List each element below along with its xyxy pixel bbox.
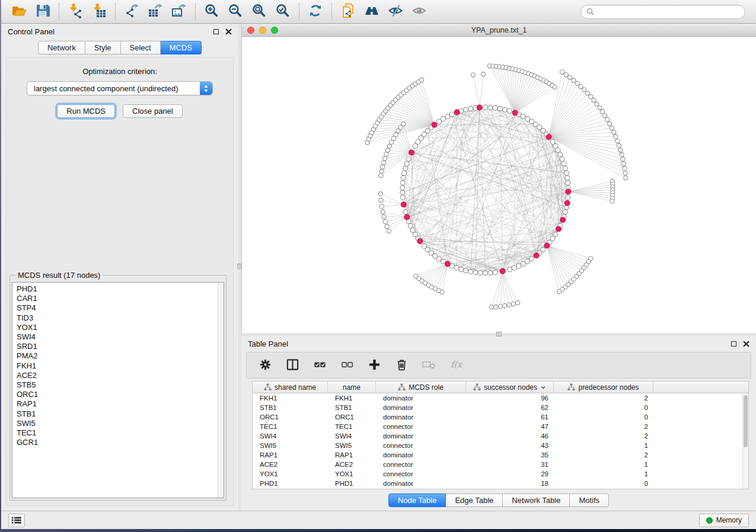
open-folder-button[interactable]	[8, 2, 30, 21]
zoom-window-button[interactable]	[271, 27, 278, 34]
mcds-result-item[interactable]: TID3	[17, 313, 224, 323]
toggle-columns-button[interactable]	[285, 358, 300, 373]
mcds-result-item[interactable]: STP4	[17, 303, 224, 313]
cell-shared-name: ACE2	[253, 461, 328, 468]
table-row[interactable]: TEC1TEC1connector472	[253, 422, 748, 431]
float-table-panel-icon[interactable]	[731, 341, 736, 347]
table-row[interactable]: PHD1PHD1dominator180	[253, 479, 748, 488]
cell-successor-nodes: 35	[466, 451, 554, 459]
horizontal-splitter[interactable]	[241, 333, 756, 336]
table-row[interactable]: YOX1YOX1connector291	[253, 469, 748, 479]
column-header-MCDS-role[interactable]: MCDS role	[376, 382, 466, 393]
table-row[interactable]: ACE2ACE2connector311	[253, 460, 748, 469]
column-header-successor-nodes[interactable]: successor nodes	[466, 382, 554, 393]
mcds-result-item[interactable]: GCR1	[17, 438, 224, 447]
search-input[interactable]	[597, 8, 739, 16]
settings-gear-button[interactable]	[257, 358, 273, 373]
mcds-result-item[interactable]: PHD1	[17, 284, 224, 294]
run-mcds-button[interactable]: Run MCDS	[57, 104, 115, 118]
network-canvas[interactable]	[242, 37, 756, 333]
tab-mcds[interactable]: MCDS	[161, 41, 202, 55]
splitter-grip[interactable]	[237, 264, 242, 269]
column-header-name[interactable]: name	[328, 382, 376, 393]
table-scrollbar[interactable]	[742, 394, 748, 489]
cell-shared-name: PHD1	[253, 480, 328, 487]
tab-edge-table[interactable]: Edge Table	[446, 493, 503, 507]
export-image-button[interactable]	[168, 2, 190, 21]
function-builder-button[interactable]: f(x)	[448, 358, 464, 373]
tab-network[interactable]: Network	[38, 41, 85, 55]
save-button[interactable]	[32, 2, 53, 21]
select-all-button[interactable]	[312, 358, 327, 373]
splitter-grip[interactable]	[496, 332, 502, 336]
mcds-result-item[interactable]: FKH1	[17, 361, 224, 371]
close-table-panel-icon[interactable]	[743, 341, 749, 347]
cell-name: YOX1	[328, 470, 376, 477]
mcds-result-item[interactable]: SRD1	[17, 342, 224, 351]
tab-style[interactable]: Style	[85, 41, 121, 55]
minimize-window-button[interactable]	[259, 27, 266, 34]
close-panel-button[interactable]: Close panel	[123, 104, 183, 118]
mcds-result-list[interactable]: PHD1CAR1STP4TID3YOX1SWI4SRD1PMA2FKH1ACE2…	[12, 282, 224, 498]
mcds-result-item[interactable]: PMA2	[17, 351, 224, 361]
mcds-result-item[interactable]: CAR1	[17, 294, 224, 303]
mcds-result-item[interactable]: RAP1	[17, 399, 224, 409]
mcds-result-item[interactable]: SWI5	[17, 419, 224, 428]
scrollbar-thumb[interactable]	[744, 395, 748, 447]
table-row[interactable]: ORC1ORC1dominator610	[253, 412, 748, 422]
import-network-button[interactable]	[65, 2, 86, 21]
import-table-button[interactable]	[88, 2, 110, 21]
zoom-fit-button[interactable]	[248, 2, 270, 21]
memory-button[interactable]: Memory	[699, 514, 749, 527]
clone-network-button[interactable]	[337, 2, 359, 21]
deselect-all-button[interactable]	[339, 358, 355, 373]
cell-predecessor-nodes: 2	[554, 451, 653, 459]
panel-list-button[interactable]	[8, 514, 25, 527]
close-window-button[interactable]	[247, 27, 254, 34]
table-row[interactable]: STB1STB1dominator620	[253, 403, 748, 412]
delete-column-button[interactable]	[394, 358, 409, 373]
export-table-button[interactable]	[145, 2, 166, 21]
close-control-panel-icon[interactable]	[225, 28, 232, 35]
table-row[interactable]: FKH1FKH1dominator962	[253, 393, 748, 403]
zoom-out-button[interactable]	[225, 2, 246, 21]
tab-motifs[interactable]: Motifs	[570, 493, 609, 507]
mcds-result-item[interactable]: YOX1	[17, 323, 224, 332]
zoom-selected-button[interactable]	[272, 2, 294, 21]
select-all-icon	[313, 358, 327, 373]
cell-successor-nodes: 29	[466, 470, 554, 477]
table-row[interactable]: SWI5SWI5connector431	[253, 441, 748, 450]
network-graph[interactable]	[242, 37, 756, 333]
cell-shared-name: STB1	[253, 404, 328, 411]
column-header-shared-name[interactable]: shared name	[253, 382, 328, 393]
export-network-button[interactable]	[121, 2, 142, 21]
add-column-button[interactable]	[366, 358, 382, 373]
show-all-button[interactable]	[409, 2, 430, 21]
tab-select[interactable]: Select	[121, 41, 161, 55]
search-box[interactable]	[580, 5, 745, 19]
mcds-result-item[interactable]: STB1	[17, 409, 224, 419]
delete-table-button[interactable]	[421, 358, 436, 373]
tab-network-table[interactable]: Network Table	[503, 493, 570, 507]
mcds-result-item[interactable]: TEC1	[17, 428, 224, 438]
zoom-fit-icon	[251, 3, 267, 20]
tab-node-table[interactable]: Node Table	[388, 493, 446, 507]
hide-selected-button[interactable]	[385, 2, 406, 21]
network-window-titlebar[interactable]: YPA_prune.txt_1	[242, 24, 756, 37]
refresh-layout-button[interactable]	[305, 2, 326, 21]
zoom-in-button[interactable]	[201, 2, 222, 21]
control-panel-titlebar: Control Panel	[1, 24, 238, 39]
column-header-predecessor-nodes[interactable]: predecessor nodes	[554, 382, 653, 393]
vertical-splitter[interactable]	[238, 24, 241, 511]
mcds-result-item[interactable]: ORC1	[17, 390, 224, 399]
mcds-result-item[interactable]: STB5	[17, 380, 224, 390]
table-row[interactable]: RAP1RAP1dominator352	[253, 450, 748, 460]
cell-predecessor-nodes: 0	[554, 480, 653, 487]
table-row[interactable]: SWI4SWI4dominator462	[253, 431, 748, 441]
optimization-criterion-select[interactable]: largest connected component (undirected)	[27, 81, 213, 95]
mcds-result-item[interactable]: SWI4	[17, 332, 224, 342]
mcds-result-item[interactable]: ACE2	[17, 371, 224, 380]
float-control-panel-icon[interactable]	[213, 29, 219, 34]
binoculars-button[interactable]	[361, 2, 382, 21]
table-panel: Table Panel f(x) shared namenameMCDS rol…	[241, 336, 756, 511]
